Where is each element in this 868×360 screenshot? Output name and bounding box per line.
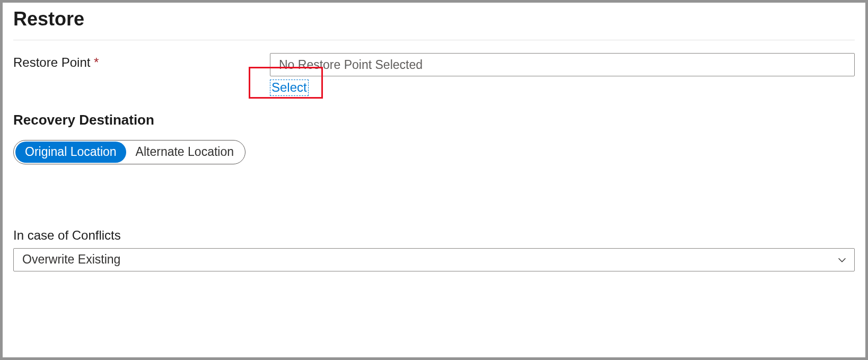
- restore-point-label: Restore Point *: [13, 53, 270, 70]
- divider: [13, 40, 855, 40]
- page-title: Restore: [13, 8, 855, 30]
- destination-alternate-option[interactable]: Alternate Location: [126, 142, 243, 163]
- destination-original-option[interactable]: Original Location: [15, 142, 126, 163]
- restore-point-control: Select: [270, 53, 855, 96]
- recovery-destination-label: Recovery Destination: [13, 112, 855, 128]
- conflicts-label: In case of Conflicts: [13, 228, 855, 243]
- select-link-wrap: Select: [270, 76, 855, 96]
- conflicts-section: In case of Conflicts Overwrite Existing: [13, 228, 855, 271]
- conflicts-selected-value: Overwrite Existing: [22, 252, 120, 267]
- conflicts-select[interactable]: Overwrite Existing: [13, 248, 855, 271]
- required-mark: *: [94, 55, 99, 69]
- restore-point-row: Restore Point * Select: [13, 53, 855, 96]
- content-area: Restore Restore Point * Select Recovery …: [3, 3, 865, 271]
- restore-panel: Restore Restore Point * Select Recovery …: [0, 0, 868, 360]
- destination-toggle: Original Location Alternate Location: [13, 140, 246, 164]
- restore-point-label-text: Restore Point: [13, 55, 90, 69]
- chevron-down-icon: [836, 254, 848, 266]
- restore-point-input[interactable]: [270, 53, 855, 76]
- select-restore-point-link[interactable]: Select: [270, 80, 309, 96]
